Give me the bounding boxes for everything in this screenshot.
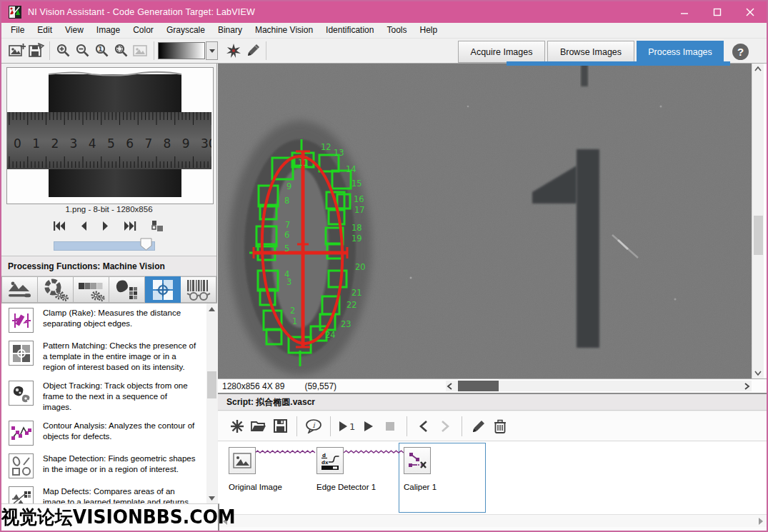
last-frame-icon[interactable] [124, 221, 136, 231]
run-once-icon[interactable]: 1 [336, 416, 358, 437]
scrollbar-thumb[interactable] [458, 381, 499, 391]
function-item-text: Map Defects: Compares areas of an image … [43, 486, 196, 503]
svg-text:20: 20 [355, 262, 366, 272]
object-tracking-icon [9, 381, 34, 406]
function-item-contour-analysis[interactable]: Contour Analysis: Analyzes the contour o… [9, 421, 205, 446]
script-step-caliper-1[interactable]: Caliper 1 [404, 447, 489, 491]
steps-scrollbar[interactable] [218, 514, 768, 527]
function-item-clamp-rake[interactable]: Clamp (Rake): Measures the distance sepa… [9, 308, 205, 333]
scroll-up-icon[interactable] [206, 303, 217, 314]
step-forward-icon [434, 416, 456, 437]
zoom-in-icon[interactable] [54, 41, 73, 61]
svg-text:17: 17 [354, 205, 365, 215]
svg-text:22: 22 [346, 300, 357, 310]
chevron-down-icon[interactable] [206, 41, 218, 60]
scroll-right-icon[interactable] [757, 516, 765, 527]
help-button[interactable]: ? [732, 44, 749, 60]
menu-item-view[interactable]: View [59, 23, 90, 38]
scroll-up-icon[interactable] [752, 64, 764, 74]
first-frame-icon[interactable] [53, 221, 66, 231]
svg-text:6: 6 [284, 230, 289, 240]
scrollbar-thumb[interactable] [754, 216, 763, 255]
save-image-icon[interactable] [26, 41, 46, 61]
watermark: 视觉论坛VISIONBBS.COM [1, 503, 219, 531]
svg-text:8: 8 [164, 136, 171, 151]
function-item-text: Contour Analysis: Analyzes the contour o… [43, 421, 196, 446]
delete-step-icon[interactable] [489, 416, 511, 437]
run-icon[interactable] [358, 416, 379, 437]
palette-tab-machine-vision[interactable] [145, 276, 181, 303]
step-edge-icon: ddx [316, 447, 344, 474]
palette-tab-grayscale[interactable] [74, 276, 109, 303]
new-script-icon[interactable] [226, 416, 248, 437]
edit-step-icon[interactable] [468, 416, 489, 437]
menu-item-identification[interactable]: Identification [319, 23, 380, 38]
script-step-edge-detector-1[interactable]: ddxEdge Detector 1 [316, 447, 402, 491]
svg-text:16: 16 [354, 194, 364, 204]
palette-tab-image-tools[interactable] [1, 276, 38, 303]
menu-item-image[interactable]: Image [90, 23, 126, 38]
layout-toggle-icon[interactable] [151, 220, 164, 231]
next-frame-icon[interactable] [102, 221, 109, 231]
watermark-text: 视觉论坛VISIONBBS.COM [1, 505, 236, 530]
view-tabs: Acquire ImagesBrowse ImagesProcess Image… [456, 41, 724, 63]
svg-text:6: 6 [126, 136, 134, 151]
comment-icon[interactable]: i [303, 416, 324, 437]
new-image-icon[interactable] [7, 41, 26, 61]
function-item-text: Pattern Matching: Checks the presence of… [43, 341, 196, 373]
prev-frame-icon[interactable] [81, 221, 87, 231]
close-button[interactable] [734, 1, 767, 23]
function-list-scrollbar[interactable] [206, 303, 217, 503]
scroll-left-icon[interactable] [446, 382, 454, 391]
frame-slider-handle[interactable] [140, 238, 152, 251]
minimize-button[interactable] [668, 1, 701, 23]
function-list: Clamp (Rake): Measures the distance sepa… [1, 303, 206, 503]
image-canvas[interactable]: 1234567891112131415161718192021222324 [218, 64, 752, 378]
zoom-out-icon[interactable] [73, 41, 92, 61]
menu-item-color[interactable]: Color [126, 23, 160, 38]
scroll-right-icon[interactable] [742, 382, 751, 391]
step-back-icon[interactable] [413, 416, 434, 437]
svg-text:dx: dx [321, 460, 329, 466]
save-script-icon[interactable] [269, 416, 291, 437]
menu-item-file[interactable]: File [4, 23, 31, 38]
menu-item-grayscale[interactable]: Grayscale [160, 23, 211, 38]
palette-gradient-selector[interactable] [158, 41, 218, 60]
zoom-one-icon[interactable]: 1 [92, 41, 111, 61]
scrollbar-thumb[interactable] [207, 371, 216, 398]
image-thumbnail[interactable]: 012345678930 [6, 67, 214, 204]
function-item-object-tracking[interactable]: Object Tracking: Track objects from one … [9, 381, 205, 413]
tab-process-images[interactable]: Process Images [637, 41, 724, 63]
open-script-icon[interactable] [248, 416, 269, 437]
scroll-down-icon[interactable] [206, 493, 217, 503]
canvas-vscrollbar[interactable] [752, 64, 764, 378]
function-item-shape-detection[interactable]: Shape Detection: Finds geometric shapes … [9, 453, 205, 478]
palette-tab-color[interactable] [38, 276, 74, 303]
bottom-strip [218, 527, 768, 532]
palette-tab-binary[interactable] [109, 276, 145, 303]
menu-item-tools[interactable]: Tools [380, 23, 413, 38]
pencil-icon[interactable] [243, 41, 262, 61]
contour-analysis-icon [9, 421, 34, 446]
menu-item-binary[interactable]: Binary [211, 23, 249, 38]
canvas-hscrollbar[interactable] [446, 381, 752, 391]
shape-detection-icon [9, 453, 34, 478]
script-header: Script: 拟合椭圆.vascr [218, 393, 768, 411]
maximize-button[interactable] [701, 1, 734, 23]
active-tab-strip [507, 61, 730, 66]
svg-text:9: 9 [286, 181, 291, 191]
tab-browse-images[interactable]: Browse Images [547, 41, 634, 63]
function-item-map-defects[interactable]: Map Defects: Compares areas of an image … [9, 486, 205, 503]
palette-tab-identification[interactable] [181, 276, 216, 303]
brightness-star-icon[interactable] [224, 41, 243, 61]
zoom-fit-icon[interactable] [111, 41, 131, 61]
svg-text:13: 13 [334, 148, 344, 158]
function-item-text: Shape Detection: Finds geometric shapes … [43, 453, 196, 478]
menu-item-help[interactable]: Help [414, 23, 444, 38]
menu-item-edit[interactable]: Edit [31, 23, 59, 38]
scroll-down-icon[interactable] [752, 368, 764, 378]
script-step-original-image[interactable]: Original Image [229, 447, 314, 491]
tab-acquire-images[interactable]: Acquire Images [458, 41, 545, 63]
function-item-pattern-matching[interactable]: Pattern Matching: Checks the presence of… [9, 341, 205, 373]
menu-item-machine-vision[interactable]: Machine Vision [249, 23, 319, 38]
